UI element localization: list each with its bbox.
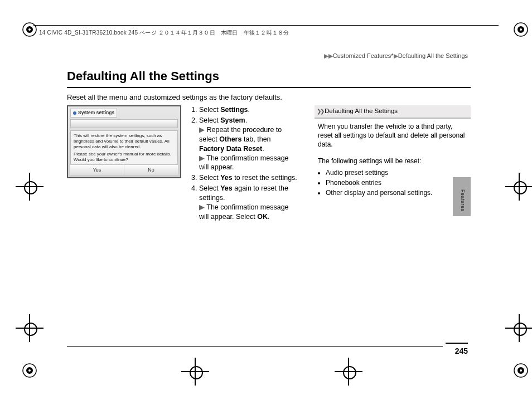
sub-arrow-icon: ▶ — [199, 203, 205, 211]
svg-point-9 — [514, 364, 528, 377]
breadcrumb-level-1: Customized Features* — [333, 52, 394, 59]
side-note: ❯❯ Defaulting All the Settings When you … — [315, 105, 471, 198]
header-rule — [33, 25, 499, 26]
crop-mark-icon — [505, 173, 532, 201]
crop-mark-icon — [505, 314, 532, 342]
registration-mark-icon — [512, 362, 529, 379]
step-3: Select Yes to reset the settings. — [199, 173, 298, 183]
reset-item: Audio preset settings — [326, 168, 468, 177]
side-note-heading: ❯❯ Defaulting All the Settings — [315, 105, 471, 119]
reset-item: Other display and personal settings. — [326, 188, 468, 197]
side-note-p2: The following settings will be reset: — [318, 157, 468, 165]
crop-mark-icon — [16, 314, 43, 342]
svg-point-6 — [23, 364, 36, 377]
dialog-no-button: No — [124, 165, 178, 175]
section-tab-label: Features — [460, 189, 466, 212]
registration-mark-icon — [21, 362, 38, 379]
breadcrumb-level-2: Defaulting All the Settings — [398, 52, 468, 59]
dialog-body-2: Please see your owner's manual for more … — [74, 152, 175, 163]
intro-text: Reset all the menu and customized settin… — [67, 92, 471, 106]
dialog-tab-label: System settings — [78, 110, 114, 115]
dialog-body-1: This will restore the system settings, s… — [74, 133, 175, 150]
svg-point-4 — [518, 26, 524, 33]
svg-point-5 — [520, 28, 522, 31]
svg-point-7 — [26, 367, 33, 374]
side-note-title: Defaulting All the Settings — [325, 107, 398, 116]
dialog-tab: System settings — [70, 109, 117, 117]
step-2: Select System. ▶ Repeat the procedure to… — [199, 116, 298, 172]
system-settings-dialog-figure: System settings This will restore the sy… — [67, 105, 181, 178]
crop-mark-icon — [335, 358, 362, 386]
step-1: Select Settings. — [199, 105, 298, 115]
sub-arrow-icon: ▶ — [199, 126, 205, 134]
svg-point-1 — [26, 26, 33, 33]
crop-mark-icon — [181, 358, 209, 386]
procedure-steps: Select Settings. Select System. ▶ Repeat… — [189, 105, 298, 223]
file-stamp: 14 CIVIC 4D_SI-31TR36210.book 245 ページ ２０… — [39, 29, 289, 37]
dialog-titlebar — [70, 119, 178, 128]
page-title: Defaulting All the Settings — [67, 68, 471, 88]
step-4: Select Yes again to reset the settings. … — [199, 184, 298, 222]
reset-item: Phonebook entries — [326, 178, 468, 187]
registration-mark-icon — [512, 21, 529, 38]
side-note-p1: When you transfer the vehicle to a third… — [318, 122, 468, 149]
dialog-yes-button: Yes — [70, 165, 124, 175]
svg-point-3 — [514, 23, 528, 36]
crop-mark-icon — [16, 173, 43, 201]
breadcrumb: ▶▶Customized Features*▶Defaulting All th… — [324, 52, 468, 60]
breadcrumb-arrows-icon: ▶▶ — [324, 52, 333, 59]
svg-point-2 — [28, 28, 31, 31]
footer-rule — [67, 346, 443, 347]
breadcrumb-sep-icon: ▶ — [394, 52, 398, 59]
tab-dot-icon — [73, 111, 76, 115]
chevron-icon: ❯❯ — [317, 108, 323, 115]
page-number: 245 — [446, 343, 468, 357]
svg-point-8 — [28, 369, 31, 372]
svg-point-11 — [520, 369, 522, 372]
sub-arrow-icon: ▶ — [199, 154, 205, 162]
svg-point-10 — [518, 367, 524, 374]
registration-mark-icon — [21, 21, 38, 38]
